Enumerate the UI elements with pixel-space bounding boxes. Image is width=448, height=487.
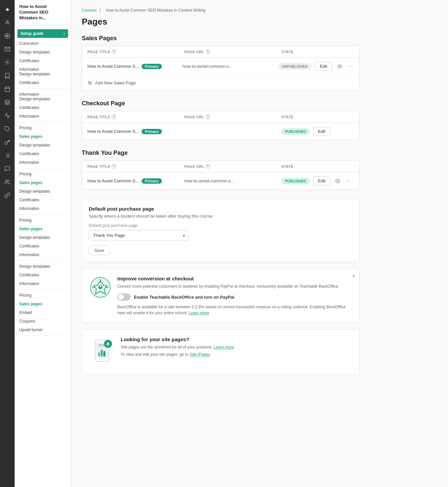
nav-dollar-icon[interactable] (2, 31, 13, 41)
sales-col-title: PAGE TITLE ? (87, 49, 184, 54)
sidebar-item-info1[interactable]: Information (15, 112, 71, 121)
svg-point-3 (7, 62, 8, 63)
checkout-url-info-icon: ? (206, 115, 210, 119)
conversion-close-btn[interactable]: × (352, 273, 355, 279)
svg-rect-4 (5, 87, 10, 92)
site-pages-title: Looking for your site pages? (121, 337, 353, 342)
nav-chat-icon[interactable] (2, 163, 13, 174)
sales-row-0-status-badge: UNPUBLISHED (278, 63, 311, 69)
sidebar-item-certs3[interactable]: Certificates (15, 103, 71, 112)
sidebar-item-certs4[interactable]: Certificates (15, 149, 71, 158)
sidebar-item-pricing1[interactable]: Pricing (15, 124, 71, 132)
thankyou-row-0-status-badge: PUBLISHED (281, 178, 310, 184)
default-post-select[interactable]: Thank You Page Curriculum Custom URL (89, 230, 188, 241)
site-pages-link[interactable]: Site>Pages (189, 352, 210, 357)
sidebar-item-certs1[interactable]: Certificates (15, 56, 71, 65)
sidebar-item-coupons[interactable]: Coupons (15, 317, 71, 326)
checkout-page-card: PAGE TITLE ? PAGE URL ? STATE How to Avo… (82, 111, 360, 140)
sales-row-0-url: how-to-avoid-common-s... (182, 64, 278, 69)
save-button[interactable]: Save (89, 245, 110, 255)
sidebar-item-sales3[interactable]: Sales pages (15, 225, 71, 233)
nav-chart-icon[interactable] (2, 110, 13, 121)
site-pages-card: Looking for your site pages? Site pages … (82, 330, 360, 374)
nav-users-icon[interactable] (2, 177, 13, 187)
sales-row-0-edit-btn[interactable]: Edit (315, 62, 332, 71)
nav-mail-icon[interactable] (2, 44, 13, 54)
sales-row-0: How to Avoid Common S... Primary how-to-… (82, 58, 359, 75)
sidebar-item-sales1[interactable]: Sales pages (15, 132, 71, 141)
sidebar-item-design4[interactable]: Design templates (15, 233, 71, 242)
course-title: How to Avoid Common SEO Mistakes in... (15, 0, 71, 25)
thankyou-row-0-more-btn[interactable]: ··· (345, 177, 352, 185)
checkout-col-url: PAGE URL ? (184, 115, 281, 119)
sidebar-item-pricing2[interactable]: Pricing (15, 170, 71, 178)
sidebar-item-info-design2[interactable]: InformationDesign templates (15, 90, 71, 103)
setup-guide-item[interactable]: Setup guide › (17, 29, 68, 38)
nav-book-icon[interactable] (2, 70, 13, 81)
sales-row-0-title: How to Avoid Common S... Primary (87, 64, 182, 69)
nav-layers-icon[interactable] (2, 97, 13, 108)
sidebar-item-design3[interactable]: Design templates (15, 187, 71, 196)
sidebar-item-info2[interactable]: Information (15, 158, 71, 167)
checkout-col-title: PAGE TITLE ? (87, 115, 184, 119)
sidebar-section-4: Pricing Sales pages Design templates Cer… (15, 215, 71, 261)
sidebar-item-design1[interactable]: Design templates (15, 48, 71, 56)
sidebar-section-3: Pricing Sales pages Design templates Cer… (15, 168, 71, 215)
thankyou-col-url: PAGE URL ? (184, 164, 281, 169)
default-post-select-label: Default post purchase page (89, 223, 353, 228)
thank-you-page-title: Thank You Page (82, 149, 360, 156)
sidebar-item-pricing4[interactable]: Pricing (15, 291, 71, 300)
sidebar-section-1: InformationDesign templates Certificates… (15, 89, 71, 122)
sidebar-item-design5[interactable]: Design templates (15, 262, 71, 271)
nav-key-icon[interactable] (2, 137, 13, 147)
sidebar-item-design2[interactable]: Design templates (15, 141, 71, 149)
nav-link-icon[interactable] (2, 190, 13, 201)
nav-list-icon[interactable] (2, 150, 13, 161)
backoffice-toggle[interactable] (117, 293, 131, 301)
nav-tag-icon[interactable] (2, 124, 13, 134)
page-title: Pages (82, 17, 360, 27)
icon-bar: ★ (0, 0, 15, 487)
sidebar-item-info3[interactable]: Information (15, 204, 71, 213)
nav-person-icon[interactable] (2, 17, 13, 28)
thankyou-col-state: STATE (281, 164, 354, 169)
sidebar-item-pricing3[interactable]: Pricing (15, 216, 71, 225)
nav-gear-icon[interactable] (2, 57, 13, 68)
sidebar-item-sales4[interactable]: Sales pages (15, 300, 71, 308)
sidebar-item-embed[interactable]: Embed (15, 308, 71, 317)
sales-row-0-badge: Primary (142, 64, 162, 69)
default-post-section: Default post purchase page Specify where… (82, 199, 360, 262)
sidebar-item-curriculum[interactable]: Curriculum (15, 39, 71, 48)
nav-star-icon[interactable]: ★ (2, 4, 13, 15)
sidebar-item-certs7[interactable]: Certificates (15, 271, 71, 279)
breadcrumb-courses-link[interactable]: Courses (82, 8, 97, 13)
sidebar-item-certs2[interactable]: Certificates (15, 78, 71, 87)
sidebar-item-info-design1[interactable]: InformationDesign templates (15, 65, 71, 78)
checkout-row-0: How to Avoid Common S... Primary PUBLISH… (82, 123, 359, 140)
conversion-desc: Convert more potential customers to stud… (117, 283, 353, 289)
learn-more-link[interactable]: Learn more (189, 311, 209, 315)
sidebar-item-info4[interactable]: Information (15, 250, 71, 259)
add-sales-page-btn[interactable]: ⊕ Add New Sales Page (82, 75, 359, 90)
checkout-row-0-state: PUBLISHED Edit (281, 127, 354, 136)
thankyou-row-0-state: PUBLISHED Edit ··· (281, 176, 354, 185)
sales-row-0-more-btn[interactable]: ··· (347, 62, 354, 71)
sidebar-item-certs5[interactable]: Certificates (15, 196, 71, 204)
thankyou-row-0-edit-btn[interactable]: Edit (313, 176, 330, 185)
svg-rect-29 (103, 351, 105, 356)
checkout-row-0-edit-btn[interactable]: Edit (313, 127, 330, 136)
main-content: Courses | How to Avoid Common SEO Mistak… (71, 0, 448, 487)
sidebar-item-sales2[interactable]: Sales pages (15, 178, 71, 187)
nav-calendar-icon[interactable] (2, 84, 13, 94)
sales-row-0-view-btn[interactable] (336, 62, 344, 70)
thankyou-title-info-icon: ? (112, 164, 116, 169)
sidebar-item-upsell[interactable]: Upsell funnel (15, 326, 71, 334)
checkout-row-0-status-badge: PUBLISHED (281, 129, 310, 135)
sidebar-item-info5[interactable]: Information (15, 279, 71, 288)
thankyou-row-0-view-btn[interactable] (334, 177, 342, 185)
thankyou-row-0-url: how-to-avoid-common-s... (184, 178, 281, 183)
thankyou-url-info-icon: ? (206, 164, 210, 169)
sidebar-item-certs6[interactable]: Certificates (15, 242, 71, 250)
sales-row-0-state: UNPUBLISHED Edit ··· (278, 62, 354, 71)
site-pages-learn-more-link[interactable]: Learn more (214, 345, 234, 349)
